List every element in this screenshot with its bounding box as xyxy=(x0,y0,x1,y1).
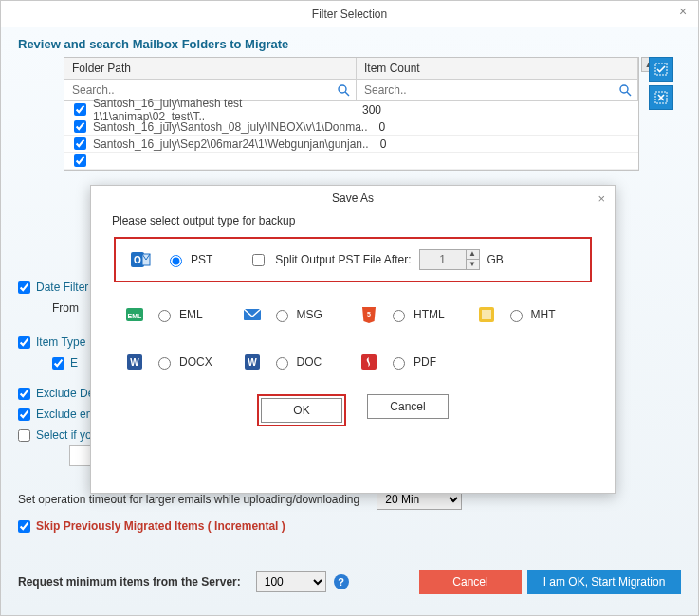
pdf-icon xyxy=(358,351,380,373)
review-heading: Review and search Mailbox Folders to Mig… xyxy=(18,37,681,51)
split-value-spinner[interactable]: 1 ▲▼ xyxy=(419,249,480,270)
select-all-icon[interactable] xyxy=(649,57,673,82)
column-folder-path[interactable]: Folder Path xyxy=(64,58,357,79)
svg-text:W: W xyxy=(130,357,139,368)
svg-text:W: W xyxy=(248,357,257,368)
row-checkbox[interactable] xyxy=(74,154,86,167)
html-icon: 5 xyxy=(358,303,380,326)
dialog-subtitle: Please select output type for backup xyxy=(91,205,615,233)
svg-point-4 xyxy=(620,85,628,93)
svg-text:EML: EML xyxy=(128,313,143,319)
docx-icon: W xyxy=(123,351,146,373)
spinner-up-icon[interactable]: ▲ xyxy=(466,249,479,260)
svg-line-5 xyxy=(627,92,631,96)
deselect-all-icon[interactable] xyxy=(649,85,673,110)
exclude-empty-checkbox[interactable] xyxy=(18,408,30,421)
search-item-count[interactable] xyxy=(357,80,618,100)
table-row[interactable]: Santosh_16_july\Santosh_08_july\INBOX\v\… xyxy=(64,118,638,136)
pst-radio[interactable]: PST xyxy=(165,252,212,267)
spinner-down-icon[interactable]: ▼ xyxy=(466,260,479,270)
ok-button[interactable]: OK xyxy=(261,398,342,423)
table-row[interactable]: Santosh_16_july\Sep2\06mar24\1\Webgunjan… xyxy=(64,136,638,153)
search-icon[interactable] xyxy=(337,83,350,97)
filter-selection-window: Filter Selection × Review and search Mai… xyxy=(0,0,699,616)
split-label: Split Output PST File After: xyxy=(275,253,411,266)
help-icon[interactable]: ? xyxy=(334,574,349,589)
svg-text:O: O xyxy=(134,255,141,265)
skip-migrated-label: Skip Previously Migrated Items ( Increme… xyxy=(36,519,285,533)
table-row[interactable]: Santosh_16_july\mahesh test 1\1\animap\0… xyxy=(64,101,638,118)
item-type-checkbox[interactable] xyxy=(18,336,30,349)
select-if-checkbox[interactable] xyxy=(18,429,30,442)
window-titlebar: Filter Selection × xyxy=(1,1,698,27)
msg-radio[interactable]: MSG xyxy=(271,307,322,322)
exclude-deleted-checkbox[interactable] xyxy=(18,388,30,400)
doc-icon: W xyxy=(241,351,264,373)
svg-rect-14 xyxy=(482,310,491,319)
split-checkbox[interactable] xyxy=(252,254,265,266)
from-label: From xyxy=(52,301,79,315)
html-radio[interactable]: HTML xyxy=(388,307,445,322)
msg-icon xyxy=(241,303,264,326)
close-icon[interactable]: × xyxy=(675,5,690,20)
eml-radio[interactable]: EML xyxy=(154,307,203,322)
request-select[interactable]: 100 xyxy=(256,571,326,592)
cancel-button[interactable]: Cancel xyxy=(367,394,449,419)
mht-radio[interactable]: MHT xyxy=(506,307,556,322)
outlook-icon: O xyxy=(129,248,152,271)
cancel-button[interactable]: Cancel xyxy=(419,570,522,594)
split-unit: GB xyxy=(487,253,504,266)
svg-text:5: 5 xyxy=(367,311,371,317)
eml-icon: EML xyxy=(123,303,146,326)
row-checkbox[interactable] xyxy=(74,103,86,116)
row-checkbox[interactable] xyxy=(74,120,86,133)
close-icon[interactable]: × xyxy=(598,191,605,206)
svg-line-3 xyxy=(345,92,349,96)
table-row[interactable] xyxy=(64,153,638,170)
save-as-dialog: Save As × Please select output type for … xyxy=(90,185,616,494)
date-filter-checkbox[interactable] xyxy=(18,281,30,294)
date-filter-label: Date Filter xyxy=(36,281,88,294)
mht-icon xyxy=(475,303,498,326)
docx-radio[interactable]: DOCX xyxy=(154,354,212,370)
svg-point-2 xyxy=(339,85,346,93)
window-title: Filter Selection xyxy=(312,8,387,21)
dialog-title: Save As xyxy=(332,191,374,205)
skip-migrated-checkbox[interactable] xyxy=(18,520,30,533)
column-item-count[interactable]: Item Count xyxy=(357,58,638,79)
item-type-label: Item Type xyxy=(36,335,85,349)
row-checkbox[interactable] xyxy=(74,137,86,150)
pst-option-row: O PST Split Output PST File After: 1 ▲▼ … xyxy=(114,237,592,282)
folders-grid: Folder Path Item Count Santosh_16_july\m… xyxy=(64,57,639,171)
search-icon[interactable] xyxy=(618,83,632,97)
start-migration-button[interactable]: I am OK, Start Migration xyxy=(527,570,681,594)
timeout-label: Set operation timeout for larger emails … xyxy=(18,493,359,506)
doc-radio[interactable]: DOC xyxy=(271,354,322,370)
pdf-radio[interactable]: PDF xyxy=(388,354,436,370)
request-label: Request minimum items from the Server: xyxy=(18,575,241,589)
item-e-checkbox[interactable] xyxy=(52,357,64,370)
